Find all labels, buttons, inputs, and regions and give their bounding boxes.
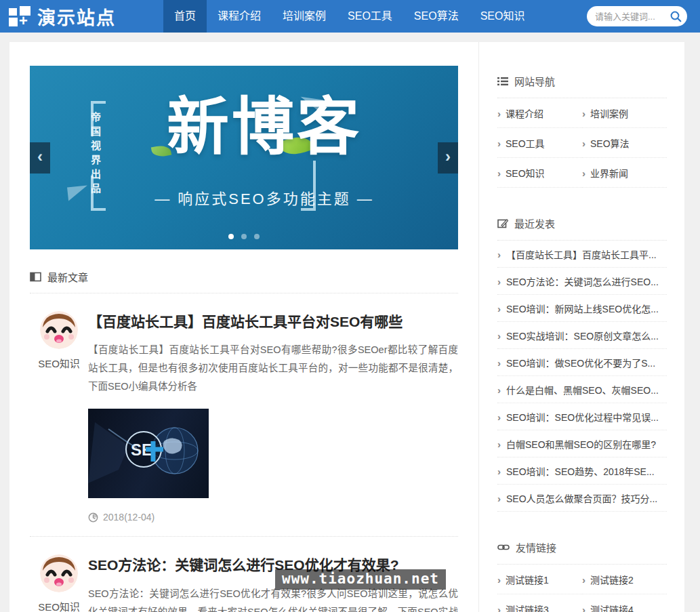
article-thumbnail[interactable]: SE xyxy=(88,409,209,498)
friend-link[interactable]: 测试链接1 xyxy=(497,565,582,594)
recent-post-link[interactable]: SEO培训：SEO趋势、2018年SE... xyxy=(497,457,667,485)
recent-post-label: 【百度站长工具】百度站长工具平... xyxy=(506,247,657,261)
list-icon xyxy=(497,77,508,86)
recent-posts-header: 最近发表 xyxy=(497,216,667,241)
chevron-right-icon xyxy=(497,466,501,476)
recent-post-link[interactable]: SEO培训：做SEO优化不要为了S... xyxy=(497,349,667,376)
widget-site-nav: 网站导航 课程介绍 培训案例 SEO工具 SEO算法 SEO知识 业界新闻 xyxy=(497,74,667,188)
search-box xyxy=(587,6,687,26)
recent-post-label: SEO方法论：关键词怎么进行SEO... xyxy=(506,274,659,288)
slider-prev-arrow-icon[interactable] xyxy=(30,142,50,174)
friend-link[interactable]: 测试链接2 xyxy=(582,565,667,594)
article-category-link[interactable]: SEO知识 xyxy=(30,599,88,612)
article-date: 2018(12-04) xyxy=(103,512,155,523)
recent-post-label: SEO培训：做SEO优化不要为了S... xyxy=(506,356,655,369)
recent-post-link[interactable]: SEO实战培训：SEO原创文章怎么... xyxy=(497,322,667,349)
recent-post-label: SEO人员怎么做聚合页面？技巧分... xyxy=(506,491,657,505)
friend-link-label: 测试链接1 xyxy=(506,573,549,586)
author-avatar xyxy=(40,554,78,592)
slider-dot-3[interactable] xyxy=(254,234,260,239)
chevron-right-icon xyxy=(497,277,501,287)
recent-post-link[interactable]: 什么是白帽、黑帽SEO、灰帽SEO... xyxy=(497,376,667,403)
chevron-right-icon xyxy=(582,168,585,178)
recent-post-link[interactable]: 白帽SEO和黑帽SEO的区别在哪里? xyxy=(497,430,667,457)
book-icon xyxy=(30,272,41,282)
banner-slider[interactable]: 帝国视界出品 新博客 — 响应式SEO多功能主题 — xyxy=(30,66,458,249)
friend-link-label: 测试链接3 xyxy=(506,603,549,612)
site-nav-links: 课程介绍 培训案例 SEO工具 SEO算法 SEO知识 业界新闻 xyxy=(497,98,667,188)
chevron-right-icon xyxy=(497,304,501,314)
logo-grid-icon: + xyxy=(9,5,32,27)
clock-icon xyxy=(88,512,98,523)
chevron-right-icon xyxy=(497,138,501,148)
friend-links-list: 测试链接1 测试链接2 测试链接3 测试链接4 测试链接5 测试链接6 xyxy=(497,565,667,612)
search-input[interactable] xyxy=(595,12,670,22)
sidebar-link-label: SEO工具 xyxy=(506,136,545,150)
search-icon[interactable] xyxy=(670,10,682,22)
banner-subtitle: — 响应式SEO多功能主题 — xyxy=(70,186,458,208)
widget-friend-links: 友情链接 测试链接1 测试链接2 测试链接3 测试链接4 测试链接5 测试链接6 xyxy=(497,540,667,612)
chevron-right-icon xyxy=(582,108,585,119)
chevron-right-icon xyxy=(497,412,501,422)
recent-post-link[interactable]: SEO培训：新网站上线SEO优化怎... xyxy=(497,295,667,322)
chevron-right-icon xyxy=(497,605,501,612)
top-navbar: + 演示站点 首页 课程介绍 培训案例 SEO工具 SEO算法 SEO知识 xyxy=(0,0,700,33)
link-icon xyxy=(497,543,510,552)
nav-item-courses[interactable]: 课程介绍 xyxy=(207,0,272,33)
sidebar: 网站导航 课程介绍 培训案例 SEO工具 SEO算法 SEO知识 业界新闻 最近… xyxy=(479,42,684,612)
banner-title: 新博客 xyxy=(70,93,458,161)
recent-post-link[interactable]: SEO人员怎么做聚合页面？技巧分... xyxy=(497,485,667,512)
chevron-right-icon xyxy=(497,493,501,504)
article-author-block: SEO知识 xyxy=(30,553,88,612)
sidebar-link-cases[interactable]: 培训案例 xyxy=(582,98,667,128)
latest-articles-header: 最新文章 xyxy=(30,270,458,293)
sidebar-link-seo-algorithm[interactable]: SEO算法 xyxy=(582,128,667,158)
sidebar-link-industry-news[interactable]: 业界新闻 xyxy=(582,158,667,188)
friend-links-title: 友情链接 xyxy=(516,540,556,554)
recent-post-label: SEO培训：新网站上线SEO优化怎... xyxy=(506,302,659,315)
watermark-overlay: www.tiaozhuan.net xyxy=(275,569,446,590)
sidebar-link-label: 业界新闻 xyxy=(590,166,628,180)
slider-dot-1[interactable] xyxy=(228,234,234,239)
sidebar-link-seo-tools[interactable]: SEO工具 xyxy=(497,128,582,158)
article-item: SEO知识 www.tiaozhuan.net SEO方法论：关键词怎么进行SE… xyxy=(30,536,458,612)
recent-post-label: 什么是白帽、黑帽SEO、灰帽SEO... xyxy=(506,383,659,396)
recent-post-link[interactable]: SEO培训：SEO优化过程中常见误... xyxy=(497,403,667,430)
recent-posts-title: 最近发表 xyxy=(514,216,555,230)
nav-item-seo-algorithm[interactable]: SEO算法 xyxy=(403,0,470,33)
slider-dot-2[interactable] xyxy=(241,234,247,239)
friend-link[interactable]: 测试链接4 xyxy=(582,594,667,612)
friend-link[interactable]: 测试链接3 xyxy=(497,594,582,612)
article-body: www.tiaozhuan.net SEO方法论：关键词怎么进行SEO优化才有效… xyxy=(88,553,458,612)
article-title-link[interactable]: 【百度站长工具】百度站长工具平台对SEO有哪些 xyxy=(88,312,458,331)
chevron-right-icon xyxy=(497,439,501,449)
recent-post-label: SEO培训：SEO趋势、2018年SE... xyxy=(506,464,655,478)
site-logo[interactable]: + 演示站点 xyxy=(9,3,163,30)
nav-item-home[interactable]: 首页 xyxy=(163,0,207,33)
chevron-right-icon xyxy=(497,249,501,260)
friend-link-label: 测试链接2 xyxy=(590,573,634,586)
chevron-right-icon xyxy=(497,385,501,395)
main-column: 帝国视界出品 新博客 — 响应式SEO多功能主题 — 最新文章 xyxy=(9,42,479,612)
recent-post-link[interactable]: SEO方法论：关键词怎么进行SEO... xyxy=(497,268,667,295)
recent-post-label: 白帽SEO和黑帽SEO的区别在哪里? xyxy=(506,437,656,451)
latest-articles-title: 最新文章 xyxy=(47,270,88,284)
recent-post-link[interactable]: 【百度站长工具】百度站长工具平... xyxy=(497,241,667,268)
sidebar-link-label: SEO知识 xyxy=(506,166,545,180)
sidebar-link-courses[interactable]: 课程介绍 xyxy=(497,98,582,128)
chevron-right-icon xyxy=(497,331,501,341)
chevron-right-icon xyxy=(497,575,501,585)
sidebar-link-seo-knowledge[interactable]: SEO知识 xyxy=(497,158,582,188)
author-avatar xyxy=(40,311,78,349)
site-title: 演示站点 xyxy=(37,3,116,30)
article-author-block: SEO知识 xyxy=(30,310,88,525)
nav-item-seo-tools[interactable]: SEO工具 xyxy=(337,0,403,33)
seo-thumbnail-graphic: SE xyxy=(88,409,209,498)
nav-item-seo-knowledge[interactable]: SEO知识 xyxy=(470,0,536,33)
slider-dots xyxy=(30,234,458,239)
slider-next-arrow-icon[interactable] xyxy=(438,142,458,174)
nav-item-cases[interactable]: 培训案例 xyxy=(272,0,337,33)
chevron-right-icon xyxy=(497,358,501,368)
article-category-link[interactable]: SEO知识 xyxy=(30,356,88,370)
widget-recent-posts: 最近发表 【百度站长工具】百度站长工具平... SEO方法论：关键词怎么进行SE… xyxy=(497,216,667,512)
